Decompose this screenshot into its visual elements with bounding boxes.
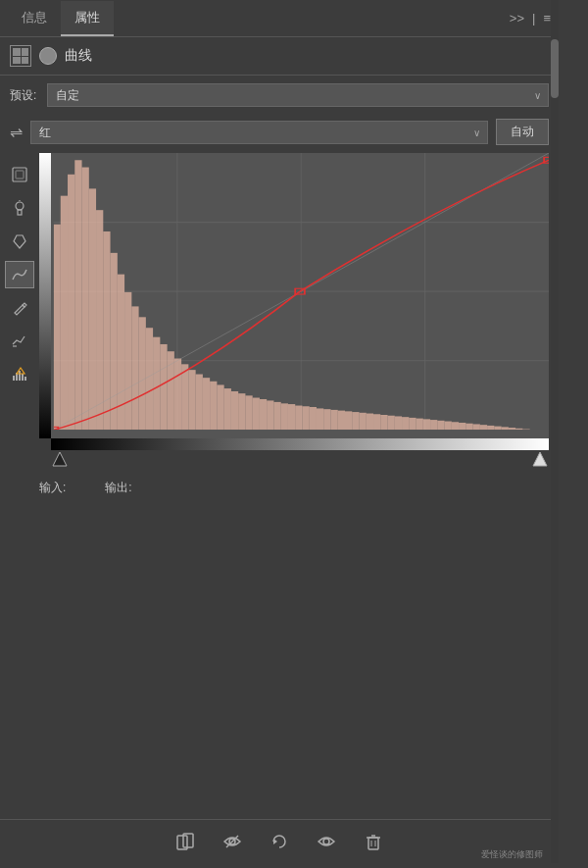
svg-rect-54	[295, 406, 302, 431]
svg-rect-34	[153, 337, 160, 431]
svg-rect-65	[373, 414, 380, 430]
svg-rect-75	[445, 422, 452, 431]
double-arrow-icon[interactable]: >>	[510, 11, 524, 26]
svg-rect-24	[82, 168, 89, 431]
svg-marker-96	[273, 839, 277, 844]
white-point-slider[interactable]	[531, 450, 549, 468]
svg-rect-32	[139, 317, 146, 430]
svg-rect-78	[466, 424, 472, 431]
channel-row: ⇌ RGB 红 绿 蓝 自动	[0, 115, 559, 153]
svg-rect-64	[367, 414, 373, 431]
svg-rect-73	[430, 420, 437, 430]
warning-tool[interactable]: !	[5, 361, 34, 388]
smooth-tool[interactable]	[5, 328, 34, 355]
pencil-tool[interactable]	[5, 294, 34, 322]
eye-button[interactable]	[313, 828, 340, 855]
visibility-button[interactable]	[219, 828, 246, 855]
curves-chart[interactable]	[39, 153, 549, 438]
preset-row: 预设: 自定 默认 增加对比度 减少对比度	[0, 76, 559, 115]
svg-rect-86	[522, 430, 529, 431]
gradient-bar-bottom	[51, 438, 549, 450]
clip-to-layer-button[interactable]	[172, 828, 199, 855]
svg-rect-61	[345, 411, 352, 430]
svg-rect-74	[437, 421, 444, 430]
eyedropper-light[interactable]	[5, 194, 34, 222]
svg-rect-63	[360, 413, 367, 430]
svg-rect-46	[238, 393, 245, 430]
svg-rect-62	[352, 412, 359, 430]
svg-rect-69	[402, 417, 409, 430]
svg-rect-25	[89, 188, 96, 430]
panel-header: 曲线	[0, 37, 559, 76]
curves-chart-wrapper	[39, 153, 549, 472]
svg-rect-20	[54, 225, 61, 431]
svg-rect-22	[68, 175, 74, 430]
io-row: 输入: 输出:	[0, 472, 559, 500]
auto-button[interactable]: 自动	[496, 119, 549, 145]
svg-rect-53	[288, 404, 295, 430]
svg-marker-92	[533, 452, 547, 466]
svg-rect-21	[61, 196, 68, 431]
scrollbar-thumb[interactable]	[551, 39, 559, 98]
delete-button[interactable]	[360, 828, 387, 855]
eyedropper-dark[interactable]	[5, 228, 34, 255]
tab-right-controls: >> | ≡	[510, 11, 551, 26]
watermark: 爱怪谈的修图师	[481, 848, 543, 861]
eyedropper-tool[interactable]	[5, 161, 34, 188]
svg-rect-48	[253, 398, 260, 431]
svg-rect-6	[13, 376, 15, 381]
tab-info[interactable]: 信息	[8, 1, 61, 36]
svg-rect-77	[459, 423, 466, 430]
channel-arrow-icon[interactable]: ⇌	[10, 123, 23, 141]
svg-rect-41	[203, 378, 210, 430]
svg-rect-10	[24, 377, 26, 381]
svg-rect-35	[160, 344, 167, 430]
svg-text:!: !	[20, 370, 21, 375]
svg-rect-67	[388, 416, 395, 431]
tab-bar: 信息 属性 >> | ≡	[0, 0, 559, 37]
curve-adjust-tool[interactable]	[5, 261, 34, 288]
svg-rect-39	[188, 370, 195, 430]
svg-rect-72	[423, 419, 430, 430]
preset-select[interactable]: 自定 默认 增加对比度 减少对比度	[47, 83, 549, 107]
reset-button[interactable]	[266, 828, 293, 855]
menu-icon[interactable]: ≡	[543, 11, 551, 26]
svg-rect-37	[174, 359, 181, 431]
svg-rect-60	[338, 411, 345, 431]
svg-rect-57	[317, 408, 323, 430]
svg-rect-33	[146, 328, 153, 430]
svg-rect-52	[281, 403, 288, 430]
output-label: 输出:	[105, 480, 131, 496]
preset-label: 预设:	[10, 87, 39, 104]
svg-rect-80	[480, 425, 487, 430]
svg-rect-58	[323, 409, 330, 430]
svg-rect-85	[515, 429, 522, 430]
channel-select[interactable]: RGB 红 绿 蓝	[30, 121, 488, 144]
curves-panel: 信息 属性 >> | ≡ 曲线 预设: 自定 默认 增加对比度 减少对比度 ⇌	[0, 0, 559, 863]
svg-rect-70	[409, 418, 416, 430]
svg-rect-28	[111, 253, 118, 430]
svg-rect-9	[22, 374, 24, 381]
input-label: 输入:	[39, 480, 66, 496]
svg-rect-79	[473, 424, 480, 430]
scrollbar[interactable]	[551, 0, 559, 863]
tab-properties[interactable]: 属性	[61, 1, 114, 36]
svg-rect-45	[231, 391, 238, 430]
svg-rect-55	[302, 406, 309, 430]
separator: |	[532, 11, 535, 26]
svg-rect-66	[380, 415, 387, 430]
svg-rect-56	[310, 407, 317, 430]
spacer	[0, 500, 559, 819]
channel-select-wrapper: RGB 红 绿 蓝	[30, 121, 488, 144]
black-point-slider[interactable]	[51, 450, 69, 468]
svg-rect-71	[416, 419, 423, 431]
grid-icon[interactable]	[10, 45, 31, 67]
svg-rect-82	[494, 427, 501, 431]
svg-rect-49	[260, 399, 267, 430]
svg-marker-91	[53, 452, 67, 466]
svg-point-2	[16, 202, 24, 210]
svg-rect-68	[395, 416, 402, 430]
svg-rect-43	[217, 384, 223, 430]
svg-rect-30	[124, 292, 131, 430]
svg-rect-23	[74, 160, 81, 430]
